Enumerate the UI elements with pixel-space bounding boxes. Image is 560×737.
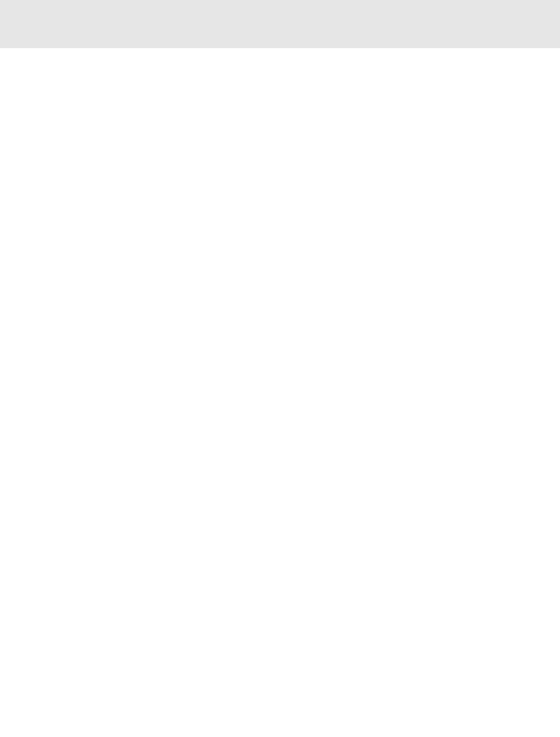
page-top-band: [0, 0, 560, 48]
